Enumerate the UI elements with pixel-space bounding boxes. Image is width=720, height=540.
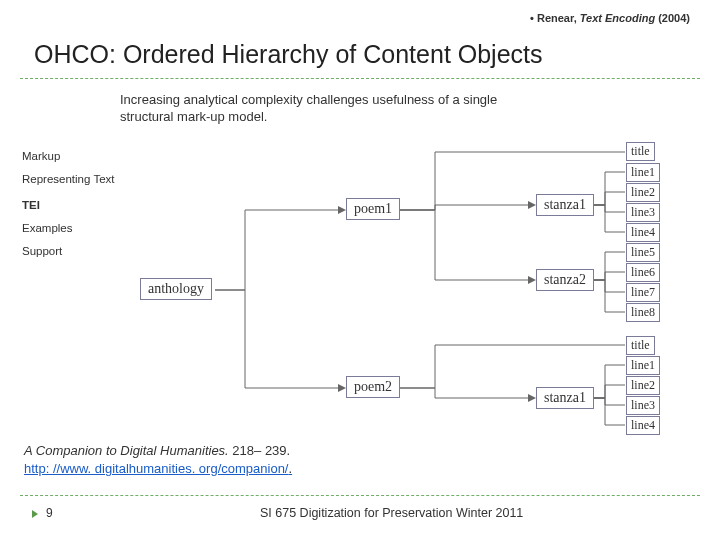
sidebar: Markup Representing Text TEI Examples Su…: [22, 148, 114, 266]
node-line7: line7: [626, 283, 660, 302]
svg-marker-4: [528, 394, 536, 402]
reference-link[interactable]: http: //www. digitalhumanities. org/comp…: [24, 461, 292, 476]
node-line1: line1: [626, 163, 660, 182]
summary-text: Increasing analytical complexity challen…: [120, 92, 550, 126]
page-title: OHCO: Ordered Hierarchy of Content Objec…: [34, 40, 543, 69]
reference-dot: .: [288, 461, 292, 476]
citation-author: Renear,: [537, 12, 577, 24]
sidebar-item-support: Support: [22, 243, 114, 260]
node-line2b: line2: [626, 376, 660, 395]
node-line2: line2: [626, 183, 660, 202]
reference-url: http: //www. digitalhumanities. org/comp…: [24, 461, 288, 476]
node-line8: line8: [626, 303, 660, 322]
citation-book: Text Encoding: [580, 12, 655, 24]
node-poem2: poem2: [346, 376, 400, 398]
node-anthology: anthology: [140, 278, 212, 300]
node-poem1: poem1: [346, 198, 400, 220]
node-stanza2: stanza2: [536, 269, 594, 291]
sidebar-item-examples: Examples: [22, 220, 114, 237]
citation-bullet: •: [530, 12, 534, 24]
node-line6: line6: [626, 263, 660, 282]
sidebar-item-reptext: Representing Text: [22, 171, 114, 188]
svg-marker-0: [338, 206, 346, 214]
node-line3: line3: [626, 203, 660, 222]
sidebar-item-tei: TEI: [22, 197, 114, 214]
sidebar-item-markup: Markup: [22, 148, 114, 165]
divider-top: [20, 78, 700, 79]
node-line1b: line1: [626, 356, 660, 375]
node-line5: line5: [626, 243, 660, 262]
reference-book: A Companion to Digital Humanities.: [24, 443, 229, 458]
node-line3b: line3: [626, 396, 660, 415]
svg-marker-3: [528, 276, 536, 284]
node-title2: title: [626, 336, 655, 355]
page-number: 9: [46, 506, 53, 520]
divider-bottom: [20, 495, 700, 496]
node-stanza1b: stanza1: [536, 387, 594, 409]
node-title1: title: [626, 142, 655, 161]
node-line4: line4: [626, 223, 660, 242]
node-line4b: line4: [626, 416, 660, 435]
page-arrow-icon: [32, 510, 38, 518]
svg-marker-1: [338, 384, 346, 392]
citation-year: (2004): [658, 12, 690, 24]
citation-text: • Renear, Text Encoding (2004): [530, 12, 690, 24]
node-stanza1: stanza1: [536, 194, 594, 216]
svg-marker-2: [528, 201, 536, 209]
reference-pages: 218– 239.: [232, 443, 290, 458]
course-info: SI 675 Digitization for Preservation Win…: [260, 506, 523, 520]
tree-diagram: anthology poem1 poem2 title stanza1 stan…: [140, 140, 700, 440]
reference-text: A Companion to Digital Humanities. 218– …: [24, 443, 290, 458]
footer: 9 SI 675 Digitization for Preservation W…: [0, 506, 720, 528]
